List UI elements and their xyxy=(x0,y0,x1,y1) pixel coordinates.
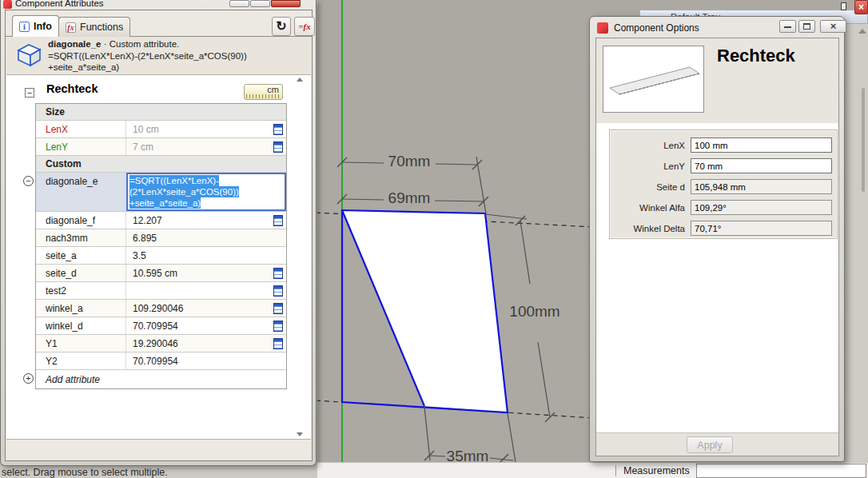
attr-value[interactable]: 10 cm xyxy=(126,124,273,135)
formula-list-icon[interactable] xyxy=(273,303,283,314)
attr-value[interactable]: 3.5 xyxy=(126,250,286,261)
attribute-list-area: − Rechteck cm SizeLenX10 cmLenY7 cmCusto… xyxy=(6,75,311,439)
field-input-lenx[interactable] xyxy=(691,137,832,153)
attribute-description: diagonale_e · Custom attribute. =SQRT((L… xyxy=(48,38,304,74)
field-input-winkel-delta xyxy=(691,221,832,236)
attr-row-Y1[interactable]: Y119.290046 xyxy=(36,335,286,353)
refresh-button[interactable]: ↻ xyxy=(272,17,291,36)
maximize-button[interactable] xyxy=(798,20,815,33)
bottom-status-bar: Measurements xyxy=(317,462,868,478)
attributes-table: SizeLenX10 cmLenY7 cmCustom−diagonale_e=… xyxy=(35,103,287,389)
tab-info[interactable]: i Info xyxy=(12,15,59,37)
minimize-button[interactable] xyxy=(229,0,249,7)
dim-35mm-label: 35mm xyxy=(447,448,489,462)
tray-scrollbar[interactable] xyxy=(862,88,865,192)
set-function-button[interactable]: =fx xyxy=(294,17,315,36)
attr-row-diagonale_e-editing[interactable]: −diagonale_e=SQRT((LenX*LenX)-(2*LenX*se… xyxy=(36,173,286,212)
field-label: LenY xyxy=(615,161,685,171)
attr-formula-line1: =SQRT((LenX*LenX)-(2*LenX*seite_a*COS(90… xyxy=(48,50,304,62)
attr-name: Y1 xyxy=(36,335,126,352)
formula-list-icon[interactable] xyxy=(273,321,283,332)
ruler-ticks xyxy=(246,94,281,98)
formula-list-icon[interactable] xyxy=(273,124,283,135)
chevron-up-icon[interactable] xyxy=(858,29,866,34)
maximize-button[interactable] xyxy=(250,0,270,7)
attr-value[interactable]: 109.290046 xyxy=(126,303,273,314)
attr-desc: · Custom attribute. xyxy=(101,39,179,49)
attr-row-test2[interactable]: test2 xyxy=(36,282,286,300)
attr-formula-line2: +seite_a*seite_a) xyxy=(48,62,304,74)
field-winkel-alfa: Winkel Alfa xyxy=(615,197,832,217)
shape-face[interactable] xyxy=(342,210,508,412)
field-input-winkel-alfa xyxy=(691,200,832,215)
units-ruler-badge[interactable]: cm xyxy=(244,84,283,100)
formula-list-icon[interactable] xyxy=(273,268,283,279)
tray-close-button[interactable]: × xyxy=(854,0,868,14)
pin-icon[interactable] xyxy=(841,2,846,10)
add-attribute-row[interactable]: +Add attribute xyxy=(36,370,286,388)
add-attribute-label: Add attribute xyxy=(46,374,100,385)
component-attributes-title: Component Attributes xyxy=(15,0,104,8)
formula-list-icon[interactable] xyxy=(273,215,283,226)
section-row-size[interactable]: Size xyxy=(36,104,286,121)
attr-row-winkel_d[interactable]: winkel_d70.709954 xyxy=(36,317,286,335)
sketchup-logo-icon xyxy=(3,0,12,9)
formula-list-icon[interactable] xyxy=(273,141,283,153)
attr-value[interactable]: 6.895 xyxy=(126,233,286,244)
attr-row-Y2[interactable]: Y270.709954 xyxy=(36,353,286,370)
field-input-leny[interactable] xyxy=(691,158,832,173)
attr-value[interactable]: 70.709954 xyxy=(126,356,286,367)
attr-row-diagonale_f[interactable]: diagonale_f12.207 xyxy=(36,212,286,229)
info-icon: i xyxy=(19,22,30,32)
field-label: Winkel Delta xyxy=(615,224,685,233)
add-attribute-icon[interactable]: + xyxy=(23,373,34,384)
component-preview-thumbnail xyxy=(603,46,704,113)
formula-list-icon[interactable] xyxy=(273,285,283,297)
dialog-body: i Info fx Functions ↻ =fx diagonale_e · … xyxy=(5,10,313,461)
section-row-custom[interactable]: Custom xyxy=(36,156,286,173)
attr-value[interactable]: 70.709954 xyxy=(126,321,273,332)
attr-row-seite_a[interactable]: seite_a3.5 xyxy=(36,247,286,265)
attribute-info-panel: diagonale_e · Custom attribute. =SQRT((L… xyxy=(6,37,311,75)
collapse-box-icon[interactable]: − xyxy=(25,88,34,98)
refresh-icon: ↻ xyxy=(276,19,286,33)
field-input-seite-d xyxy=(691,179,832,194)
component-thumbnail-drawing xyxy=(603,46,703,112)
dialog-footer xyxy=(6,439,311,460)
field-winkel-delta: Winkel Delta xyxy=(615,218,832,238)
component-options-content: Rechteck LenXLenYSeite dWinkel AlfaWinke… xyxy=(595,38,839,456)
attr-name: winkel_a xyxy=(36,300,126,317)
attr-name: winkel_d xyxy=(36,317,126,334)
tray-side-strip xyxy=(845,24,868,462)
attr-row-nach3mm[interactable]: nach3mm6.895 xyxy=(36,229,286,247)
scroll-down-icon[interactable] xyxy=(297,432,303,436)
measurements-input[interactable] xyxy=(696,464,866,478)
attr-name: diagonale_e xyxy=(36,173,126,211)
attr-row-seite_d[interactable]: seite_d10.595 cm xyxy=(36,265,286,282)
attr-value[interactable]: 10.595 cm xyxy=(126,268,273,279)
attr-row-LenY[interactable]: LenY7 cm xyxy=(36,138,286,156)
attr-row-LenX[interactable]: LenX10 cm xyxy=(36,121,286,138)
tab-functions-label: Functions xyxy=(80,22,123,33)
formula-list-icon[interactable] xyxy=(273,338,283,349)
attr-row-winkel_a[interactable]: winkel_a109.290046 xyxy=(36,300,286,317)
field-label: Seite d xyxy=(615,182,685,192)
component-options-window: Component Options × Rechteck LenXLenYSei… xyxy=(589,16,845,462)
attr-value[interactable]: 19.290046 xyxy=(126,338,273,349)
tab-functions[interactable]: fx Functions xyxy=(58,17,130,37)
measurements-label: Measurements xyxy=(623,465,690,476)
component-options-title: Component Options xyxy=(614,22,699,34)
attr-name: LenX xyxy=(36,121,126,137)
tab-info-label: Info xyxy=(34,21,52,32)
component-attributes-window: Component Attributes i Info fx Functions… xyxy=(0,0,317,466)
apply-button[interactable]: Apply xyxy=(687,436,733,453)
attr-value[interactable]: 12.207 xyxy=(126,215,273,226)
minimize-button[interactable] xyxy=(779,20,796,33)
scroll-up-icon[interactable] xyxy=(297,78,303,82)
close-button[interactable]: × xyxy=(820,20,846,33)
attr-name: nach3mm xyxy=(36,229,126,246)
formula-edit-cell[interactable]: =SQRT((LenX*LenX)-(2*LenX*seite_a*COS(90… xyxy=(126,173,286,211)
collapse-attribute-icon[interactable]: − xyxy=(23,176,34,186)
attr-value[interactable]: 7 cm xyxy=(126,141,273,153)
close-button[interactable] xyxy=(271,0,301,7)
